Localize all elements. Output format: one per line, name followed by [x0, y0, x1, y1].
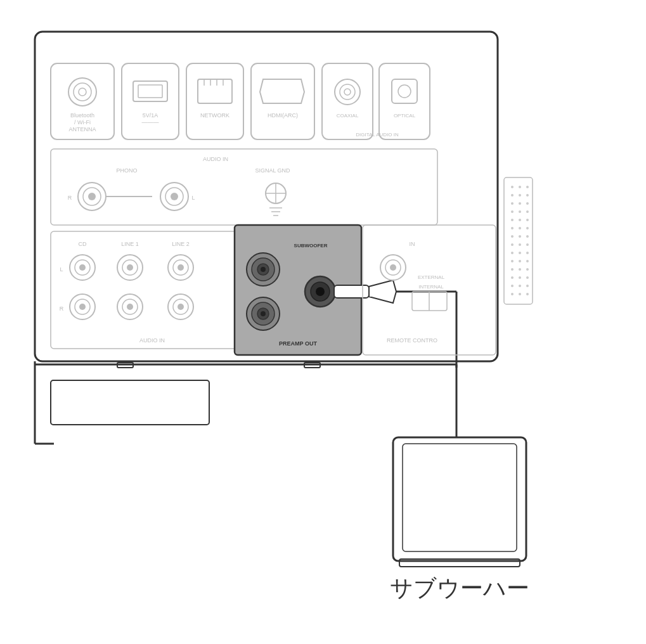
svg-point-24	[340, 84, 355, 100]
svg-point-121	[519, 227, 521, 229]
svg-point-140	[526, 276, 529, 279]
svg-rect-28	[392, 79, 417, 103]
svg-text:AUDIO IN: AUDIO IN	[203, 156, 228, 162]
svg-point-112	[519, 202, 521, 205]
svg-point-128	[526, 243, 529, 246]
svg-point-109	[519, 194, 521, 196]
svg-rect-22	[322, 63, 373, 139]
svg-text:OPTICAL: OPTICAL	[394, 113, 416, 119]
svg-text:L: L	[60, 266, 63, 273]
svg-point-39	[88, 193, 96, 200]
svg-text:NETWORK: NETWORK	[200, 112, 229, 119]
svg-point-29	[398, 85, 411, 98]
svg-point-122	[526, 227, 529, 229]
svg-text:LINE 1: LINE 1	[121, 241, 139, 247]
svg-point-114	[511, 210, 514, 213]
svg-text:ANTENNA: ANTENNA	[68, 126, 96, 132]
diagram-container: Bluetooth / Wi-Fi ANTENNA 5V/1A ——— NETW…	[0, 0, 646, 644]
svg-point-86	[261, 311, 266, 316]
svg-point-144	[511, 293, 514, 295]
svg-text:R: R	[60, 306, 64, 312]
svg-point-139	[519, 276, 521, 279]
svg-point-120	[511, 227, 514, 229]
svg-point-118	[519, 219, 521, 221]
svg-rect-153	[393, 437, 526, 561]
svg-point-82	[261, 267, 266, 272]
svg-point-59	[79, 264, 86, 271]
svg-point-130	[519, 252, 521, 254]
svg-point-137	[526, 268, 529, 271]
svg-text:Bluetooth: Bluetooth	[70, 112, 94, 119]
svg-text:/ Wi-Fi: / Wi-Fi	[74, 119, 91, 126]
svg-rect-14	[198, 79, 232, 103]
svg-rect-149	[51, 380, 209, 425]
svg-text:SIGNAL GND: SIGNAL GND	[255, 167, 290, 174]
svg-rect-32	[51, 149, 437, 225]
svg-point-132	[511, 260, 514, 262]
svg-point-133	[519, 260, 521, 262]
svg-rect-155	[403, 444, 517, 551]
svg-text:COAXIAL: COAXIAL	[337, 113, 359, 119]
svg-point-98	[390, 264, 396, 271]
svg-text:サブウーハー: サブウーハー	[390, 575, 529, 601]
svg-text:R: R	[68, 195, 72, 201]
svg-point-65	[178, 264, 184, 271]
svg-point-116	[526, 210, 529, 213]
svg-point-3	[74, 83, 91, 101]
svg-point-138	[511, 276, 514, 279]
svg-point-69	[79, 304, 86, 310]
svg-text:AUDIO IN: AUDIO IN	[139, 337, 165, 344]
svg-text:SUBWOOFER: SUBWOOFER	[294, 243, 328, 248]
svg-point-135	[511, 268, 514, 271]
svg-point-124	[519, 235, 521, 238]
svg-text:5V/1A: 5V/1A	[143, 112, 158, 119]
svg-point-89	[316, 287, 325, 296]
svg-point-25	[344, 89, 351, 95]
svg-point-23	[335, 79, 360, 105]
svg-point-123	[511, 235, 514, 238]
svg-point-136	[519, 268, 521, 271]
svg-point-72	[127, 304, 133, 310]
svg-rect-10	[138, 85, 162, 98]
svg-text:REMOTE CONTRO: REMOTE CONTRO	[387, 337, 437, 344]
svg-point-107	[526, 186, 529, 188]
svg-point-110	[526, 194, 529, 196]
svg-text:CD: CD	[79, 241, 87, 247]
svg-point-115	[519, 210, 521, 213]
svg-text:INTERNAL: INTERNAL	[418, 284, 444, 290]
svg-point-141	[511, 285, 514, 287]
svg-text:PREAMP OUT: PREAMP OUT	[279, 340, 317, 347]
svg-point-43	[171, 193, 178, 200]
svg-point-111	[511, 202, 514, 205]
svg-text:PHONO: PHONO	[116, 167, 137, 174]
svg-point-143	[526, 285, 529, 287]
svg-point-131	[526, 252, 529, 254]
svg-rect-20	[251, 63, 314, 139]
svg-point-106	[519, 186, 521, 188]
svg-text:IN: IN	[410, 241, 415, 247]
svg-rect-13	[186, 63, 243, 139]
svg-point-117	[511, 219, 514, 221]
svg-text:LINE 2: LINE 2	[172, 241, 190, 247]
svg-text:EXTERNAL: EXTERNAL	[418, 274, 445, 280]
svg-point-2	[68, 78, 96, 106]
svg-rect-27	[379, 63, 430, 139]
svg-point-125	[526, 235, 529, 238]
svg-text:DIGITAL AUDIO IN: DIGITAL AUDIO IN	[356, 132, 399, 138]
svg-point-108	[511, 194, 514, 196]
svg-point-119	[526, 219, 529, 221]
svg-text:L: L	[191, 195, 195, 201]
svg-point-134	[526, 260, 529, 262]
svg-point-75	[178, 304, 184, 310]
svg-point-146	[526, 293, 529, 295]
svg-text:———: ———	[142, 119, 159, 126]
svg-point-129	[511, 252, 514, 254]
svg-point-142	[519, 285, 521, 287]
svg-point-127	[519, 243, 521, 246]
svg-point-4	[79, 88, 86, 96]
svg-rect-90	[334, 285, 369, 298]
svg-text:HDMI(ARC): HDMI(ARC)	[268, 112, 298, 119]
svg-point-62	[127, 264, 133, 271]
svg-point-145	[519, 293, 521, 295]
svg-point-126	[511, 243, 514, 246]
